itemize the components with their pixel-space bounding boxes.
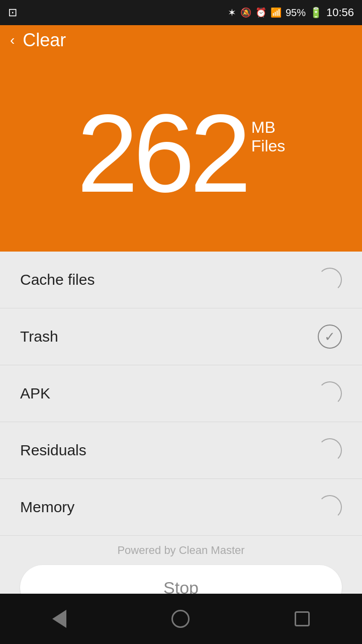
app-icon: ⊡ — [8, 6, 17, 19]
hero-number: 262 — [77, 98, 246, 209]
page-title: Clear — [23, 30, 66, 51]
residuals-label: Residuals — [20, 442, 86, 459]
memory-label: Memory — [20, 499, 74, 516]
cache-files-toggle[interactable] — [318, 268, 342, 292]
list-item-residuals[interactable]: Residuals — [0, 422, 362, 479]
alarm-icon: ⏰ — [255, 7, 266, 18]
list-item-cache-files[interactable]: Cache files — [0, 252, 362, 308]
wifi-icon: 📶 — [270, 7, 282, 18]
recent-nav-icon — [295, 611, 310, 626]
status-time: 10:56 — [326, 6, 354, 19]
list-item-memory[interactable]: Memory — [0, 479, 362, 536]
list-item-apk[interactable]: APK — [0, 365, 362, 422]
memory-toggle[interactable] — [318, 495, 342, 519]
status-left: ⊡ — [8, 6, 17, 19]
back-nav-icon — [52, 610, 66, 628]
battery-icon: 🔋 — [310, 7, 322, 19]
header: ‹ Clear — [0, 25, 362, 55]
list-section: Cache files Trash ✓ APK Residuals Memory — [0, 252, 362, 536]
nav-bar — [0, 594, 362, 644]
trash-toggle[interactable]: ✓ — [318, 325, 342, 349]
hero-mb-label: MB — [251, 118, 286, 137]
back-button[interactable]: ‹ — [10, 32, 15, 48]
mute-icon: 🔕 — [240, 7, 251, 18]
nav-home-button[interactable] — [171, 610, 190, 628]
hero-files-label: Files — [251, 137, 286, 155]
powered-by-text: Powered by Clean Master — [20, 544, 342, 557]
apk-toggle[interactable] — [318, 381, 342, 406]
nav-recent-button[interactable] — [295, 611, 310, 626]
bluetooth-icon: ✶ — [228, 7, 236, 19]
hero-section: 262 MB Files — [0, 55, 362, 252]
status-right: ✶ 🔕 ⏰ 📶 95% 🔋 10:56 — [228, 6, 354, 19]
trash-label: Trash — [20, 328, 58, 345]
check-icon: ✓ — [324, 329, 335, 345]
home-nav-icon — [171, 610, 190, 628]
status-bar: ⊡ ✶ 🔕 ⏰ 📶 95% 🔋 10:56 — [0, 0, 362, 25]
nav-back-button[interactable] — [52, 610, 66, 628]
cache-files-label: Cache files — [20, 271, 95, 288]
list-item-trash[interactable]: Trash ✓ — [0, 308, 362, 365]
apk-label: APK — [20, 385, 50, 402]
battery-percent: 95% — [286, 7, 306, 19]
residuals-toggle[interactable] — [318, 438, 342, 462]
hero-value-container: 262 MB Files — [77, 98, 286, 209]
hero-unit: MB Files — [251, 98, 286, 155]
